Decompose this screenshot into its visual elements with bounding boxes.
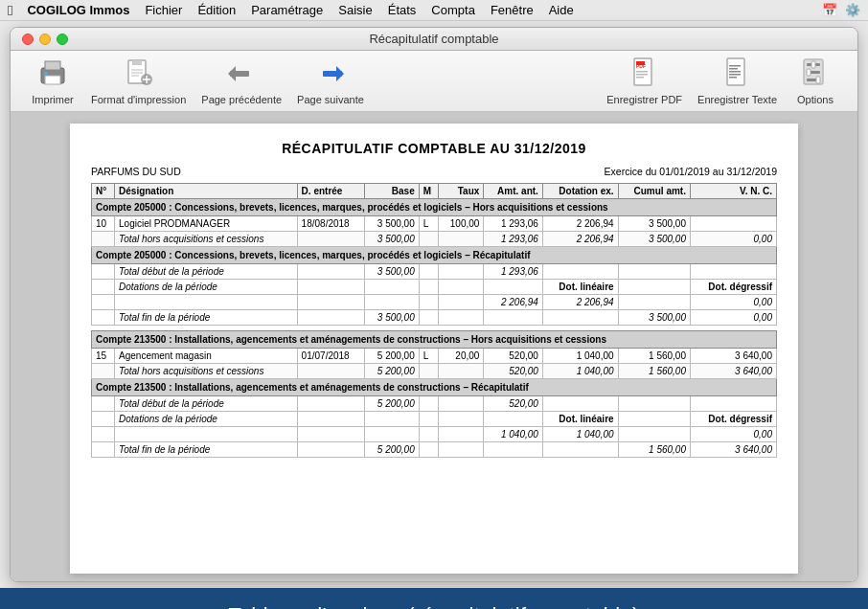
maximize-button[interactable] <box>57 34 68 45</box>
svg-rect-26 <box>729 65 741 67</box>
svg-rect-23 <box>729 71 741 73</box>
toolbar-right: PDF Enregistrer PDF <box>599 53 846 109</box>
company-name: PARFUMS DU SUD <box>91 166 181 177</box>
col-m: M <box>419 184 439 199</box>
svg-rect-27 <box>729 68 738 70</box>
menu-aide[interactable]: Aide <box>542 1 581 19</box>
save-pdf-label: Enregistrer PDF <box>606 94 682 105</box>
col-base: Base <box>364 184 419 199</box>
table-row: 15 Agencement magasin 01/07/2018 5 200,0… <box>92 349 777 364</box>
svg-rect-32 <box>807 69 811 76</box>
prev-label: Page précédente <box>201 94 282 105</box>
svg-rect-20 <box>636 74 648 76</box>
table-row: Dotations de la période Dot. linéaire Do… <box>92 412 777 427</box>
svg-marker-13 <box>228 66 236 81</box>
svg-text:PDF: PDF <box>636 63 646 69</box>
table-row: Total fin de la période 5 200,00 1 560,0… <box>92 442 777 458</box>
col-dentree: D. entrée <box>297 184 364 199</box>
app-name[interactable]: COGILOG Immos <box>20 1 136 19</box>
calendar-icon[interactable]: 📅 <box>822 3 837 17</box>
menu-parametrage[interactable]: Paramétrage <box>244 1 330 19</box>
save-pdf-button[interactable]: PDF Enregistrer PDF <box>599 53 690 109</box>
menu-compta[interactable]: Compta <box>424 1 482 19</box>
col-designation: Désignation <box>115 184 298 199</box>
menubar-right: 📅 ⚙️ <box>822 3 860 17</box>
svg-rect-25 <box>729 77 737 79</box>
minimize-button[interactable] <box>39 34 51 45</box>
main-window: Récapitulatif comptable Imprimer <box>10 27 858 582</box>
table-row: Dotations de la période Dot. linéaire Do… <box>92 280 777 295</box>
format-label: Format d'impression <box>91 94 186 105</box>
close-button[interactable] <box>22 34 34 45</box>
table-row: Total début de la période 5 200,00 520,0… <box>92 396 777 412</box>
next-page-button[interactable]: Page suivante <box>289 53 372 109</box>
imprimer-button[interactable]: Imprimer <box>22 53 83 109</box>
document: RÉCAPITULATIF COMPTABLE AU 31/12/2019 PA… <box>70 124 798 574</box>
col-taux: Taux <box>439 184 484 199</box>
section-header-3: Compte 213500 : Installations, agencemen… <box>92 331 777 349</box>
menu-etats[interactable]: États <box>381 1 423 19</box>
titlebar: Récapitulatif comptable <box>11 28 857 51</box>
table-row: Total fin de la période 3 500,00 3 500,0… <box>92 310 777 326</box>
options-label: Options <box>797 94 834 105</box>
apple-menu[interactable]:  <box>8 2 12 18</box>
col-vnc: V. N. C. <box>690 184 776 199</box>
format-icon <box>122 56 156 91</box>
svg-rect-19 <box>636 71 648 73</box>
svg-rect-2 <box>45 76 60 84</box>
svg-rect-1 <box>45 61 60 70</box>
options-button[interactable]: Options <box>785 53 846 109</box>
svg-rect-5 <box>132 60 142 65</box>
svg-marker-15 <box>336 66 344 81</box>
main-table: N° Désignation D. entrée Base M Taux Amt… <box>91 183 777 458</box>
svg-rect-21 <box>636 77 644 79</box>
window-controls <box>22 34 68 45</box>
printer-icon <box>35 56 70 91</box>
next-label: Page suivante <box>297 94 364 105</box>
col-dotation: Dotation ex. <box>542 184 618 199</box>
document-title: RÉCAPITULATIF COMPTABLE AU 31/12/2019 <box>91 141 777 156</box>
arrow-left-icon <box>224 56 259 91</box>
save-text-label: Enregistrer Texte <box>697 94 777 105</box>
section-header-1: Compte 205000 : Concessions, brevets, li… <box>92 199 777 216</box>
options-icon <box>798 56 833 91</box>
exercice-label: Exercice du 01/01/2019 au 31/12/2019 <box>605 166 777 177</box>
banner-text: Tableau d'analyse (récapitulatif comptab… <box>228 603 639 609</box>
svg-rect-34 <box>816 77 820 83</box>
svg-rect-24 <box>729 74 741 76</box>
format-button[interactable]: Format d'impression <box>83 53 194 109</box>
svg-rect-3 <box>44 72 48 75</box>
table-row: 1 040,00 1 040,00 0,00 <box>92 427 777 442</box>
section-header-4: Compte 213500 : Installations, agencemen… <box>92 379 777 396</box>
menubar:  COGILOG Immos Fichier Édition Paramétr… <box>0 0 868 21</box>
bottom-banner: Tableau d'analyse (récapitulatif comptab… <box>0 588 868 609</box>
section-header-2: Compte 205000 : Concessions, brevets, li… <box>92 247 777 264</box>
menu-saisie[interactable]: Saisie <box>331 1 378 19</box>
save-text-button[interactable]: Enregistrer Texte <box>690 53 785 109</box>
col-cumul: Cumul amt. <box>618 184 690 199</box>
table-row: Total hors acquisitions et cessions 5 20… <box>92 364 777 379</box>
col-num: N° <box>92 184 115 199</box>
svg-rect-30 <box>811 61 815 68</box>
table-row: 2 206,94 2 206,94 0,00 <box>92 295 777 310</box>
menu-fenetre[interactable]: Fenêtre <box>484 1 540 19</box>
window-title: Récapitulatif comptable <box>369 32 498 46</box>
settings-icon[interactable]: ⚙️ <box>845 3 860 17</box>
pdf-icon: PDF <box>628 56 662 91</box>
table-row: Total début de la période 3 500,00 1 293… <box>92 264 777 280</box>
menu-fichier[interactable]: Fichier <box>138 1 189 19</box>
arrow-right-icon <box>313 56 348 91</box>
menu-edition[interactable]: Édition <box>191 1 242 19</box>
col-amt-ant: Amt. ant. <box>484 184 543 199</box>
document-header: PARFUMS DU SUD Exercice du 01/01/2019 au… <box>91 166 777 177</box>
imprimer-label: Imprimer <box>32 94 73 105</box>
prev-page-button[interactable]: Page précédente <box>194 53 289 109</box>
content-area: RÉCAPITULATIF COMPTABLE AU 31/12/2019 PA… <box>11 112 857 581</box>
text-icon <box>720 56 755 91</box>
table-row: 10 Logiciel PRODMANAGER 18/08/2018 3 500… <box>92 216 777 232</box>
table-row: Total hors acquisitions et cessions 3 50… <box>92 232 777 247</box>
toolbar: Imprimer Format d'impression <box>11 51 857 112</box>
